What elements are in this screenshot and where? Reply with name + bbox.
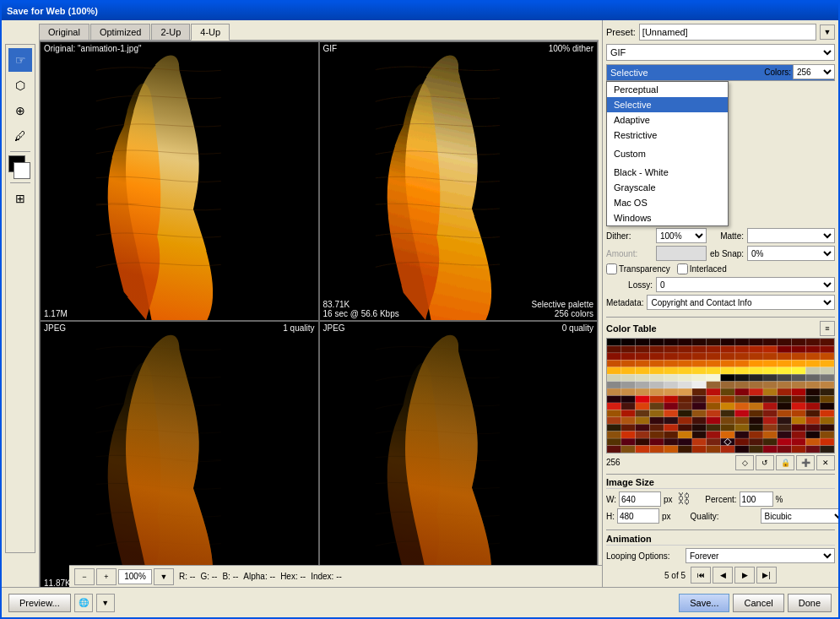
- pane-original: Original: "animation-1.jpg" 1.17M: [40, 41, 319, 321]
- index-label: Index: --: [311, 572, 342, 581]
- percent-label: Percent:: [695, 495, 737, 504]
- divider-2: [606, 474, 835, 475]
- anim-prev-btn[interactable]: ◀: [713, 567, 733, 584]
- anim-play-btn[interactable]: ▶: [734, 567, 755, 584]
- zoom-control: − + ▼: [74, 568, 174, 585]
- tab-4up[interactable]: 4-Up: [191, 24, 230, 41]
- zoom-input[interactable]: [118, 569, 152, 584]
- web-snap-label: eb Snap:: [710, 249, 744, 258]
- palette-option-macos[interactable]: Mac OS: [607, 195, 728, 210]
- palette-option-windows[interactable]: Windows: [607, 210, 728, 225]
- preview-button[interactable]: Preview...: [8, 594, 71, 612]
- hand-tool[interactable]: ☞: [8, 48, 32, 72]
- width-label: W:: [606, 495, 616, 504]
- matte-label: Matte:: [710, 231, 744, 241]
- metadata-label: Metadata:: [606, 298, 643, 307]
- color-table-canvas[interactable]: [607, 339, 834, 453]
- anim-next-btn[interactable]: ▶|: [756, 567, 777, 584]
- anim-controls: 5 of 5 ⏮ ◀ ▶ ▶|: [606, 567, 835, 584]
- palette-option-custom[interactable]: Custom: [607, 146, 728, 161]
- canvas-original: [41, 42, 318, 320]
- tab-original[interactable]: Original: [39, 24, 89, 40]
- colors-select[interactable]: 256 128 64 32: [793, 64, 835, 79]
- g-label: G: --: [200, 572, 217, 581]
- tool-separator-2: [10, 182, 30, 183]
- browser-select-btn[interactable]: ▼: [96, 594, 115, 612]
- slice-select-tool[interactable]: ⬡: [8, 73, 32, 97]
- metadata-select[interactable]: Copyright and Contact Info None All: [647, 295, 835, 310]
- color-count: 256: [606, 458, 621, 467]
- anim-first-btn[interactable]: ⏮: [691, 567, 711, 584]
- dither-row: Dither: 100% 75% 50% Matte: White Black: [606, 228, 835, 243]
- ct-btn-4[interactable]: ➕: [796, 455, 815, 470]
- toggle-slices-btn[interactable]: ⊞: [8, 187, 32, 210]
- done-button[interactable]: Done: [788, 594, 832, 612]
- percent-input[interactable]: [740, 491, 773, 507]
- tab-2up[interactable]: 2-Up: [151, 24, 190, 40]
- view-tabs: Original Optimized 2-Up 4-Up: [39, 24, 599, 41]
- palette-option-perceptual[interactable]: Perceptual: [607, 82, 728, 97]
- left-toolbar: ☞ ⬡ ⊕ 🖊 ⊞: [5, 44, 35, 553]
- dither-select[interactable]: 100% 75% 50%: [656, 228, 707, 243]
- preset-label: Preset:: [606, 27, 636, 37]
- interlaced-label: Interlaced: [677, 263, 727, 274]
- matte-select[interactable]: White Black: [747, 228, 835, 243]
- background-swatch[interactable]: [14, 162, 30, 179]
- canvas-jpeg1: [41, 322, 318, 600]
- quality-select[interactable]: Bicubic Bilinear Nearest Neighbor: [761, 508, 840, 524]
- interlaced-checkbox[interactable]: [677, 263, 688, 274]
- color-table-title: Color Table: [606, 323, 657, 334]
- title-bar: Save for Web (100%): [2, 2, 838, 20]
- looping-select[interactable]: Forever Once Other...: [686, 548, 835, 563]
- palette-dropdown: Perceptual Selective Adaptive Restrictiv…: [606, 81, 729, 226]
- format-row: GIF JPEG PNG-8 PNG-24: [606, 44, 835, 61]
- zoom-arrow-btn[interactable]: ▼: [154, 568, 174, 585]
- zoom-out-btn[interactable]: −: [74, 568, 95, 585]
- transparency-checkbox[interactable]: [606, 263, 617, 274]
- alpha-label: Alpha: --: [243, 572, 275, 581]
- preset-menu-btn[interactable]: ▼: [820, 24, 835, 40]
- size-row-2: H: px Quality: Bicubic Bilinear Nearest …: [606, 508, 835, 524]
- palette-option-bw[interactable]: Black - White: [607, 165, 728, 180]
- amount-input: [656, 246, 707, 261]
- cancel-button[interactable]: Cancel: [733, 594, 783, 612]
- format-select[interactable]: GIF JPEG PNG-8 PNG-24: [606, 44, 835, 61]
- preset-input[interactable]: [639, 24, 816, 41]
- image-grid: Original: "animation-1.jpg" 1.17M GIF 10…: [39, 41, 599, 600]
- ct-btn-5[interactable]: ✕: [816, 455, 835, 470]
- palette-value: Selective: [610, 68, 648, 78]
- zoom-tool[interactable]: ⊕: [8, 99, 32, 122]
- palette-option-adaptive[interactable]: Adaptive: [607, 112, 728, 128]
- color-swatches[interactable]: [8, 155, 32, 179]
- transparency-label: Transparency: [606, 263, 670, 274]
- width-input[interactable]: [619, 491, 661, 507]
- bottom-bar: Preview... 🌐 ▼ Save... Cancel Done: [2, 587, 838, 617]
- divider-1: [606, 317, 835, 318]
- r-label: R: --: [179, 572, 195, 581]
- height-input[interactable]: [617, 508, 659, 524]
- palette-option-selective[interactable]: Selective: [607, 97, 728, 112]
- ct-btn-2[interactable]: ↺: [756, 455, 774, 470]
- pane-jpeg2: JPEG 0 quality 11.72K 3 sec @ 56.6 Kbps: [319, 321, 599, 600]
- eyedropper-tool[interactable]: 🖊: [8, 124, 32, 148]
- web-snap-select[interactable]: 0% 25% 50%: [747, 246, 835, 261]
- main-window: Save for Web (100%) ☞ ⬡ ⊕ 🖊 ⊞ Original O…: [0, 0, 840, 619]
- options-row: Transparency Interlaced: [606, 263, 835, 274]
- ct-btn-3[interactable]: 🔒: [776, 455, 794, 470]
- pane-gif: GIF 100% dither 83.71KSelective palette …: [319, 41, 599, 321]
- pane-jpeg1: JPEG 1 quality 11.87K 3 sec @ 56.6 Kbps: [40, 321, 319, 600]
- bottom-right: Save... Cancel Done: [679, 594, 832, 612]
- link-icon: ⛓: [677, 491, 691, 507]
- size-row-1: W: px ⛓ Percent: %: [606, 491, 835, 507]
- palette-option-restrictive[interactable]: Restrictive: [607, 128, 728, 143]
- right-panel: Preset: ▼ GIF JPEG PNG-8 PNG-24: [602, 20, 838, 587]
- image-size-header: Image Size: [606, 477, 835, 489]
- zoom-in-btn[interactable]: +: [96, 568, 117, 585]
- tab-optimized[interactable]: Optimized: [90, 24, 151, 40]
- ct-btn-1[interactable]: ◇: [735, 455, 754, 470]
- color-table-menu-btn[interactable]: ≡: [820, 321, 835, 336]
- lossy-select[interactable]: 0 25 50: [656, 277, 835, 292]
- save-button[interactable]: Save...: [679, 594, 729, 612]
- palette-option-grayscale[interactable]: Grayscale: [607, 180, 728, 195]
- browser-icon-btn[interactable]: 🌐: [74, 594, 93, 612]
